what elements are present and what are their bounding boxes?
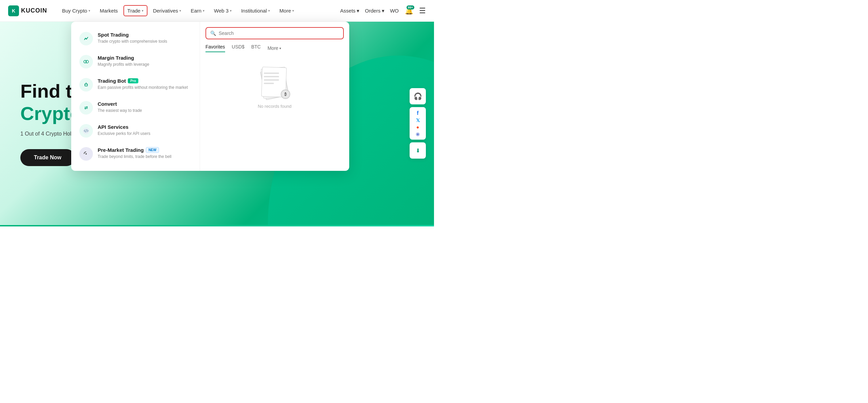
navbar: K KUCOIN Buy Crypto ▾ Markets Trade ▾ De… [0,0,434,22]
facebook-icon: f [417,110,418,116]
new-badge: NEW [146,147,159,153]
social-buttons[interactable]: f 𝕏 ● ◉ [410,107,426,140]
trading-bot-text: Trading Bot Pro Earn passive profits wit… [98,78,188,90]
search-icon: 🔍 [210,31,216,36]
premarket-trading-desc: Trade beyond limits, trade before the be… [98,154,172,160]
api-services-desc: Exclusive perks for API users [98,131,150,137]
logo-text: KUCOIN [21,7,47,14]
wo-button[interactable]: WO [390,8,399,14]
nav-item-trade[interactable]: Trade ▾ [123,5,148,16]
tab-more[interactable]: More ▾ [268,45,281,51]
reddit-icon: ● [416,124,419,130]
pro-badge: Pro [128,78,138,83]
spot-trading-desc: Trade crypto with comprehensive tools [98,39,167,44]
trading-bot-title: Trading Bot Pro [98,78,188,84]
download-icon: ⬇ [416,147,420,154]
nav-item-web3[interactable]: Web 3 ▾ [210,5,236,16]
wo-label: WO [390,8,399,14]
spot-trading-title: Spot Trading [98,32,167,38]
headphones-icon: 🎧 [414,92,422,100]
api-services-icon [79,124,93,138]
no-records-area: ₿ No records found [205,58,344,109]
spot-trading-text: Spot Trading Trade crypto with comprehen… [98,32,167,44]
search-box[interactable]: 🔍 [205,27,344,39]
nav-item-institutional[interactable]: Institutional ▾ [237,5,274,16]
floating-buttons: 🎧 f 𝕏 ● ◉ ⬇ [410,88,426,159]
spot-trading-icon [79,32,93,45]
nav-item-buy-crypto[interactable]: Buy Crypto ▾ [58,5,94,16]
svg-point-2 [86,39,87,40]
logo-icon: K [8,5,19,16]
nav-item-more[interactable]: More ▾ [275,5,298,16]
trade-item-bot[interactable]: Trading Bot Pro Earn passive profits wit… [74,73,197,96]
premarket-trading-title: Pre-Market Trading NEW [98,147,172,153]
trade-dropdown: Spot Trading Trade crypto with comprehen… [71,22,349,171]
chevron-down-icon: ▾ [292,9,294,13]
nav-items: Buy Crypto ▾ Markets Trade ▾ Derivatives… [58,5,340,16]
convert-title: Convert [98,101,142,107]
chevron-down-icon: ▾ [230,9,232,13]
chevron-down-icon: ▾ [357,8,359,14]
nav-right: Assets ▾ Orders ▾ WO 🔔 99+ ☰ [340,6,426,16]
svg-point-12 [83,104,90,111]
svg-point-15 [85,153,87,155]
hamburger-menu[interactable]: ☰ [419,6,426,15]
premarket-trading-icon [79,147,93,161]
trade-item-convert[interactable]: Convert The easiest way to trade [74,96,197,119]
tab-usd[interactable]: USD$ [232,44,244,52]
discord-icon: ◉ [416,131,420,137]
tab-favorites[interactable]: Favorites [205,44,225,52]
tabs-row: Favorites USD$ BTC More ▾ [205,44,344,52]
chevron-down-icon: ▾ [382,8,384,14]
twitter-icon: 𝕏 [416,118,420,123]
svg-point-6 [83,81,90,88]
nav-item-earn[interactable]: Earn ▾ [186,5,209,16]
paper-lines [264,73,279,84]
empty-state-illustration: ₿ [254,66,295,100]
assets-button[interactable]: Assets ▾ [340,8,359,14]
chevron-down-icon: ▾ [179,9,181,13]
svg-point-11 [86,83,86,83]
chevron-down-icon: ▾ [279,46,281,50]
orders-button[interactable]: Orders ▾ [365,8,384,14]
dropdown-left-panel: Spot Trading Trade crypto with comprehen… [71,22,200,171]
chevron-down-icon: ▾ [268,9,270,13]
bottom-accent-bar [0,225,434,226]
api-services-title: API Services [98,124,150,130]
svg-point-9 [86,84,87,85]
trade-item-margin[interactable]: Margin Trading Magnify profits with leve… [74,50,197,73]
chevron-down-icon: ▾ [88,9,90,13]
trade-item-api[interactable]: API Services Exclusive perks for API use… [74,119,197,142]
tab-btc[interactable]: BTC [251,44,261,52]
margin-trading-icon [79,55,93,68]
notification-badge: 99+ [407,5,414,9]
convert-desc: The easiest way to trade [98,108,142,114]
coin-icon: ₿ [281,89,290,99]
margin-trading-title: Margin Trading [98,55,149,61]
no-records-text: No records found [258,104,292,109]
support-button[interactable]: 🎧 [410,88,426,104]
trade-item-spot[interactable]: Spot Trading Trade crypto with comprehen… [74,27,197,50]
notification-button[interactable]: 🔔 99+ [404,6,414,16]
margin-trading-desc: Magnify profits with leverage [98,62,149,67]
premarket-trading-text: Pre-Market Trading NEW Trade beyond limi… [98,147,172,160]
nav-item-derivatives[interactable]: Derivatives ▾ [149,5,185,16]
search-input[interactable] [219,31,339,36]
logo[interactable]: K KUCOIN [8,5,47,16]
dropdown-right-panel: 🔍 Favorites USD$ BTC More ▾ [200,22,349,171]
chevron-down-icon: ▾ [203,9,204,13]
margin-trading-text: Margin Trading Magnify profits with leve… [98,55,149,67]
trade-item-premarket[interactable]: Pre-Market Trading NEW Trade beyond limi… [74,142,197,165]
api-services-text: API Services Exclusive perks for API use… [98,124,150,137]
convert-text: Convert The easiest way to trade [98,101,142,114]
chevron-down-icon: ▾ [142,9,143,13]
app-download-button[interactable]: ⬇ [410,142,426,159]
svg-point-8 [85,84,86,85]
trading-bot-desc: Earn passive profits without monitoring … [98,85,188,90]
svg-point-1 [85,38,86,39]
trade-now-button[interactable]: Trade Now [20,149,75,166]
convert-icon [79,101,93,115]
nav-item-markets[interactable]: Markets [96,5,122,16]
trading-bot-icon [79,78,93,92]
